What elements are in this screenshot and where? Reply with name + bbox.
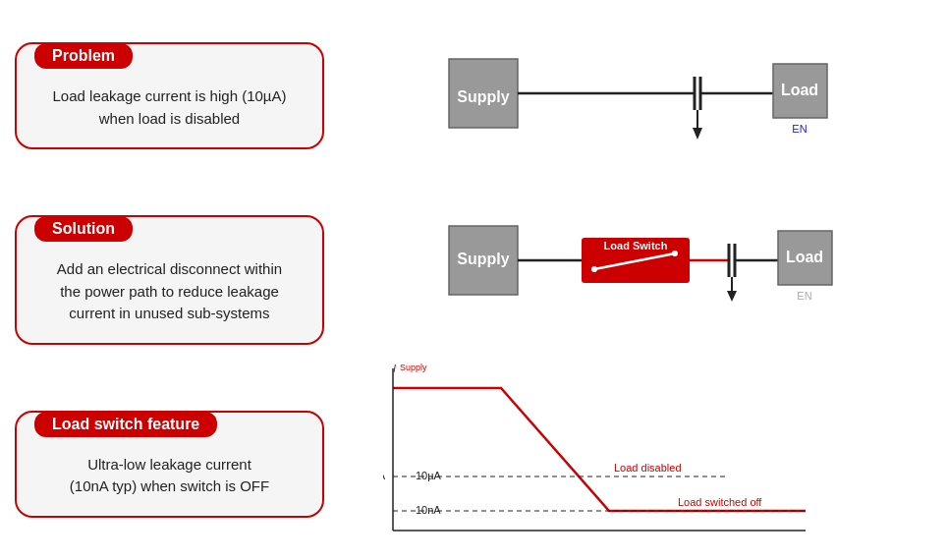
svg-text:EN: EN <box>797 290 811 302</box>
svg-text:Load Switch: Load Switch <box>604 240 668 252</box>
svg-marker-6 <box>693 128 702 140</box>
svg-text:10µA: 10µA <box>416 470 442 481</box>
problem-circuit-svg: Supply Load EN <box>439 29 852 157</box>
svg-text:Load: Load <box>781 82 818 98</box>
load-switch-feature-body: Ultra-low leakage current(10nA typ) when… <box>17 448 322 498</box>
svg-text:Load switched off: Load switched off <box>678 496 762 508</box>
svg-marker-23 <box>727 291 737 302</box>
svg-point-17 <box>591 266 597 272</box>
load-switch-feature-card: Load switch feature Ultra-low leakage cu… <box>15 411 324 518</box>
svg-text:Supply: Supply <box>457 251 509 267</box>
svg-point-18 <box>672 251 678 256</box>
problem-card: Problem Load leakage current is high (10… <box>15 42 324 149</box>
svg-text:10µA: 10µA <box>383 470 386 481</box>
problem-body: Load leakage current is high (10µA)when … <box>17 80 322 130</box>
load-switch-feature-header: Load switch feature <box>34 412 217 437</box>
problem-diagram: Supply Load EN <box>354 20 937 167</box>
solution-diagram: Supply Load Switch <box>354 187 937 334</box>
solution-circuit-svg: Supply Load Switch <box>439 196 852 324</box>
svg-text:Load disabled: Load disabled <box>614 462 682 474</box>
problem-header: Problem <box>34 43 133 69</box>
solution-body: Add an electrical disconnect withinthe p… <box>17 252 322 325</box>
load-switch-chart: I Supply 10µA 10µA 10nA Load disabled Lo… <box>354 354 937 540</box>
svg-text:EN: EN <box>792 123 807 135</box>
chart-svg: I Supply 10µA 10µA 10nA Load disabled Lo… <box>383 359 806 545</box>
solution-header: Solution <box>34 216 133 242</box>
svg-text:Supply: Supply <box>400 363 427 372</box>
svg-text:Supply: Supply <box>457 88 509 105</box>
svg-text:Load: Load <box>786 249 823 265</box>
solution-card: Solution Add an electrical disconnect wi… <box>15 215 324 345</box>
svg-text:10nA: 10nA <box>416 504 441 516</box>
